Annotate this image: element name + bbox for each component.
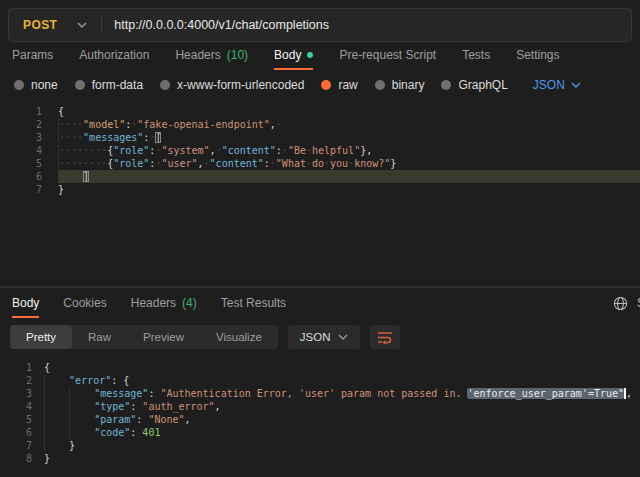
url-input[interactable]: http://0.0.0.0:4000/v1/chat/completions — [102, 18, 329, 32]
code-line[interactable]: 5········{"role":·"user",·"content":·"Wh… — [0, 157, 640, 170]
globe-icon — [613, 296, 628, 311]
line-number: 5 — [0, 413, 44, 426]
code-line-text: "type": "auth_error", — [44, 400, 640, 413]
line-number: 6 — [0, 426, 44, 439]
radio-icon — [14, 80, 24, 90]
chevron-down-icon — [338, 334, 348, 340]
mode-radio-x-www-form-urlencoded[interactable]: x-www-form-urlencoded — [160, 78, 304, 92]
tab-tests[interactable]: Tests — [462, 40, 490, 70]
tab-body[interactable]: Body — [274, 40, 313, 70]
code-line[interactable]: 2····"model":·"fake-openai-endpoint",· — [0, 118, 640, 131]
tab-params[interactable]: Params — [12, 40, 53, 70]
line-number: 3 — [0, 387, 44, 400]
code-line[interactable]: 3····"messages":·[ — [0, 131, 640, 144]
tab-headers[interactable]: Headers(10) — [175, 40, 248, 70]
code-line-text: ········{"role":·"system",·"content":·"B… — [58, 144, 640, 157]
response-tabs: Body Cookies Headers(4) Test Results S — [0, 287, 640, 318]
code-line-text: ····] — [58, 170, 640, 183]
code-line-text: "error": { — [44, 374, 640, 387]
response-language-dropdown[interactable]: JSON — [288, 325, 361, 349]
view-pretty[interactable]: Pretty — [10, 325, 72, 349]
response-headers-count: (4) — [182, 296, 197, 310]
code-line-text: "param": "None", — [44, 413, 640, 426]
code-line[interactable]: 4········{"role":·"system",·"content":·"… — [0, 144, 640, 157]
line-number: 2 — [0, 374, 44, 387]
response-tab-cookies[interactable]: Cookies — [63, 288, 106, 318]
tab-pre-request-script[interactable]: Pre-request Script — [339, 40, 436, 70]
code-line-text: } — [44, 439, 640, 452]
radio-icon — [375, 80, 385, 90]
mode-radio-graphql[interactable]: GraphQL — [441, 78, 507, 92]
code-line[interactable]: 2 "error": { — [0, 374, 640, 387]
url-input-container: POST http://0.0.0.0:4000/v1/chat/complet… — [8, 8, 632, 42]
line-number: 1 — [0, 361, 44, 374]
code-line[interactable]: 7} — [0, 183, 640, 196]
line-number: 7 — [0, 183, 58, 196]
code-line-text: { — [58, 105, 640, 118]
line-number: 5 — [0, 157, 58, 170]
line-number: 3 — [0, 131, 58, 144]
line-number: 4 — [0, 400, 44, 413]
code-line-text: } — [58, 183, 640, 196]
radio-selected-icon — [321, 80, 331, 90]
body-mode-row: none form-data x-www-form-urlencoded raw… — [0, 70, 640, 100]
response-tab-headers[interactable]: Headers(4) — [131, 288, 197, 318]
response-view-switch: Pretty Raw Preview Visualize — [10, 325, 278, 349]
mode-radio-none[interactable]: none — [14, 78, 58, 92]
mode-radio-binary[interactable]: binary — [375, 78, 425, 92]
chevron-down-icon — [77, 22, 87, 28]
view-visualize[interactable]: Visualize — [200, 325, 278, 349]
code-line[interactable]: 4 "type": "auth_error", — [0, 400, 640, 413]
code-line-text: } — [44, 452, 640, 465]
line-number: 2 — [0, 118, 58, 131]
response-toolbar: Pretty Raw Preview Visualize JSON — [0, 318, 640, 356]
mode-radio-raw[interactable]: raw — [321, 78, 357, 92]
body-modified-dot — [307, 52, 313, 58]
request-language-dropdown[interactable]: JSON — [533, 78, 581, 92]
headers-count: (10) — [227, 48, 248, 62]
code-line[interactable]: 3 "message": "Authentication Error, 'use… — [0, 387, 640, 400]
wrap-text-button[interactable] — [370, 325, 400, 349]
line-number: 6 — [0, 170, 58, 183]
response-tab-test-results[interactable]: Test Results — [221, 288, 286, 318]
tab-settings[interactable]: Settings — [516, 40, 559, 70]
code-line[interactable]: 5 "param": "None", — [0, 413, 640, 426]
code-line[interactable]: 8} — [0, 452, 640, 465]
radio-icon — [75, 80, 85, 90]
code-line[interactable]: 1{ — [0, 361, 640, 374]
method-label: POST — [23, 18, 57, 32]
code-line-text: "code": 401 — [44, 426, 640, 439]
postman-window: POST http://0.0.0.0:4000/v1/chat/complet… — [0, 0, 640, 477]
line-number: 8 — [0, 452, 44, 465]
line-number: 4 — [0, 144, 58, 157]
code-line-text: { — [44, 361, 640, 374]
line-number: 1 — [0, 105, 58, 118]
code-line[interactable]: 7 } — [0, 439, 640, 452]
response-body-editor[interactable]: 1{2 "error": {3 "message": "Authenticati… — [0, 356, 640, 477]
view-raw[interactable]: Raw — [72, 325, 127, 349]
request-body-editor[interactable]: 1{2····"model":·"fake-openai-endpoint",·… — [0, 100, 640, 287]
code-line[interactable]: 6····] — [0, 170, 640, 183]
tab-authorization[interactable]: Authorization — [79, 40, 149, 70]
code-line[interactable]: 6 "code": 401 — [0, 426, 640, 439]
radio-icon — [441, 80, 451, 90]
line-number: 7 — [0, 439, 44, 452]
code-line-text: ········{"role":·"user",·"content":·"Wha… — [58, 157, 640, 170]
code-line-text: ····"messages":·[ — [58, 131, 640, 144]
view-preview[interactable]: Preview — [127, 325, 200, 349]
chevron-down-icon — [571, 82, 581, 88]
open-in-web-button[interactable] — [613, 296, 628, 311]
wrap-text-icon — [377, 330, 393, 344]
method-selector[interactable]: POST — [9, 18, 101, 32]
radio-icon — [160, 80, 170, 90]
code-line-text: ····"model":·"fake-openai-endpoint",· — [58, 118, 640, 131]
code-line[interactable]: 1{ — [0, 105, 640, 118]
mode-radio-form-data[interactable]: form-data — [75, 78, 143, 92]
response-tab-body[interactable]: Body — [12, 288, 39, 318]
request-url-bar: POST http://0.0.0.0:4000/v1/chat/complet… — [0, 0, 640, 40]
request-tabs: Params Authorization Headers(10) Body Pr… — [0, 40, 640, 70]
code-line-text: "message": "Authentication Error, 'user'… — [44, 387, 640, 400]
